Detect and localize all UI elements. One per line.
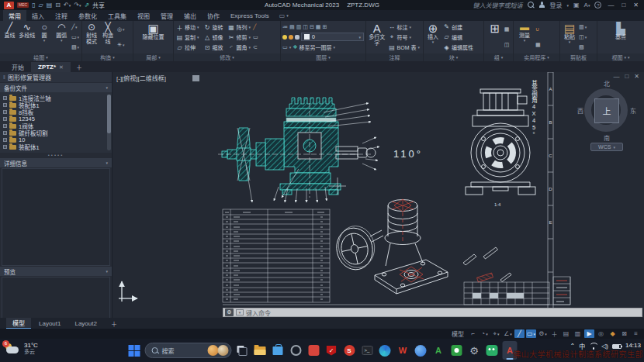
minimize-button[interactable]: — — [606, 2, 615, 9]
green-a-app-button[interactable]: A — [431, 341, 446, 360]
expand-icon[interactable]: + — [3, 124, 7, 128]
base-view-button[interactable]: ▙ 基点 — [611, 22, 630, 53]
panel-label-annotate[interactable]: 注释 — [366, 53, 423, 61]
close-button[interactable]: ✕ — [632, 2, 640, 9]
grid-toggle-icon[interactable]: ⌐ — [468, 329, 478, 338]
edit-attributes-button[interactable]: ◈编辑属性 — [442, 43, 481, 53]
annotation-visibility-icon[interactable]: ＋ — [549, 329, 559, 338]
command-recent-icon[interactable]: ▾ — [236, 309, 244, 315]
tree-item[interactable]: +装配体1 — [3, 143, 105, 150]
viewcube[interactable]: 北 西 东 南 上 WCS ▾ — [577, 78, 636, 151]
layer-properties-icon[interactable]: ≔ — [282, 24, 288, 30]
dimension-button[interactable]: ↔标注▾ — [388, 22, 421, 32]
polar-tracking-icon[interactable]: ╱ — [514, 329, 525, 338]
dell-app-button[interactable] — [289, 341, 303, 360]
expand-icon[interactable]: + — [3, 110, 7, 114]
stretch-button[interactable]: ▱拉伸 — [175, 43, 200, 53]
tab-parametric[interactable]: 参数化 — [73, 10, 102, 21]
expand-icon[interactable]: + — [3, 131, 7, 135]
copy-button[interactable]: ▤复制▾ — [175, 33, 200, 43]
tab-annotate[interactable]: 注释 — [50, 10, 73, 21]
tab-view[interactable]: 视图 — [132, 10, 155, 21]
app-store-icon[interactable]: ▣ — [573, 2, 580, 9]
viewcube-south[interactable]: 南 — [577, 133, 636, 142]
wcs-menu[interactable]: WCS ▾ — [590, 143, 623, 151]
tab-express-tools[interactable]: Express Tools — [225, 10, 275, 21]
copy-clip-mini-button[interactable]: ▥▾ — [579, 22, 587, 32]
ortho-mode-icon[interactable]: ∠▾ — [503, 329, 513, 338]
tab-manage[interactable]: 管理 — [155, 10, 178, 21]
preview-header[interactable]: 预览▾ — [0, 267, 112, 276]
layer-match-icon[interactable]: ⊞ — [322, 24, 327, 30]
hide-situation-button[interactable]: ▣ 隐藏位置 — [142, 22, 165, 53]
centerline-mini-button[interactable]: ◎▾ — [117, 25, 125, 34]
file-tab-close-icon[interactable]: ✕ — [59, 64, 64, 71]
rotate-button[interactable]: ↻旋转 — [203, 22, 224, 33]
sign-in-chevron-icon[interactable]: ▾ — [567, 3, 570, 8]
wechat-button[interactable] — [485, 341, 500, 360]
new-drawing-tab-button[interactable]: ＋ — [71, 62, 88, 72]
object-snap-icon[interactable]: ▭▾ — [526, 329, 536, 338]
lineweight-icon[interactable]: ⚙▾ — [538, 329, 548, 338]
arc-button[interactable]: ◠ 圆弧 ▾ — [54, 22, 70, 53]
microsoft-store-button[interactable] — [271, 341, 286, 360]
expand-icon[interactable]: + — [3, 117, 7, 121]
weather-widget[interactable]: 6 31°C 多云 — [5, 342, 38, 355]
scale-button[interactable]: ⊡缩放 — [203, 43, 224, 53]
offset-mini-button[interactable]: ⊂ — [253, 43, 258, 52]
layer-select-dropdown[interactable]: 0 ▾ — [301, 33, 364, 41]
sign-in-label[interactable]: 登录 — [550, 1, 563, 9]
backup-collapse-icon[interactable]: ▾ — [106, 85, 108, 90]
expand-icon[interactable]: + — [3, 96, 7, 100]
layer-freeze-icon[interactable]: ◫ — [303, 24, 308, 30]
command-line[interactable]: ⚙ ▾ 键入命令 — [223, 308, 642, 317]
selection-cycling-icon[interactable]: ▶ — [584, 329, 594, 338]
restore-button[interactable]: □ — [620, 2, 627, 9]
panel-label-block[interactable]: 块▾ — [424, 53, 483, 61]
measure-button[interactable]: ▬ 测量 ▾ — [515, 22, 534, 53]
panel-label-group[interactable]: 组▾ — [484, 53, 513, 61]
panel-label-view[interactable]: 视图▾▾ — [597, 53, 644, 61]
palette-title-bar[interactable]: ‖ 图形修复管理器 — [0, 72, 112, 82]
red-s-app-button[interactable]: S — [342, 341, 357, 360]
tree-item[interactable]: +碳纤板切割 — [3, 129, 105, 136]
autocad-logo-icon[interactable]: A — [4, 2, 14, 9]
share-icon[interactable]: ⇗ — [84, 2, 89, 9]
layer-lock-icon[interactable]: ▦ — [316, 24, 321, 30]
new-layout-button[interactable]: ＋ — [105, 319, 123, 329]
preview-collapse-icon[interactable]: ▾ — [106, 269, 108, 274]
tab-insert[interactable]: 插入 — [26, 10, 50, 21]
mirror-button[interactable]: △镜像 — [203, 33, 224, 43]
insert-block-button[interactable]: ⊕ 插入 ▾ — [425, 22, 441, 53]
calculator-mini-button[interactable]: ▦ — [535, 40, 541, 50]
snap-mode-icon[interactable]: ◔▾ — [480, 329, 490, 338]
symbol-button[interactable]: ⌖符号▾ — [388, 32, 421, 42]
details-header[interactable]: 详细信息▾ — [0, 158, 112, 167]
drawing-canvas[interactable]: 110° — [113, 72, 644, 318]
layer-off-icon[interactable]: ⊟ — [310, 24, 314, 30]
blue-app-button[interactable] — [414, 341, 428, 360]
account-icon[interactable] — [539, 2, 545, 9]
array-button[interactable]: ▦阵列▾ — [227, 22, 252, 33]
palette-resize-handle[interactable]: ••••• — [0, 153, 112, 157]
help-icon[interactable]: ? — [594, 2, 601, 9]
help-search-input[interactable]: 键入关键字或短语 — [473, 1, 523, 9]
layer-state-icon[interactable]: ▤ — [289, 24, 295, 30]
workspace-icon[interactable]: ▥ — [573, 329, 583, 338]
panel-label-draw[interactable]: 绘图▾ — [0, 53, 81, 61]
make-current-icon[interactable]: ▭ — [282, 44, 288, 50]
tab-layout2[interactable]: Layout2 — [68, 319, 102, 328]
settings-button[interactable]: ⚙ — [467, 341, 482, 360]
tree-item[interactable]: +8挡板 — [3, 109, 105, 115]
annotation-scale-icon[interactable]: ▤ — [561, 329, 571, 338]
bom-button[interactable]: ▤BOM 表▾ — [388, 43, 421, 53]
expand-icon[interactable]: + — [3, 145, 7, 149]
panel-label-partial[interactable]: 局部▾ — [133, 53, 173, 61]
ray-mode-button[interactable]: ⊙ 射线模式 — [84, 22, 99, 53]
expand-icon[interactable]: + — [3, 138, 7, 142]
green-app-button[interactable] — [449, 341, 464, 360]
red-app-button[interactable] — [306, 341, 321, 360]
command-input[interactable]: 键入命令 — [246, 309, 271, 317]
taskbar-search[interactable]: 搜索 — [145, 343, 232, 358]
polyline-button[interactable]: ∿ 多段线 — [19, 22, 35, 53]
